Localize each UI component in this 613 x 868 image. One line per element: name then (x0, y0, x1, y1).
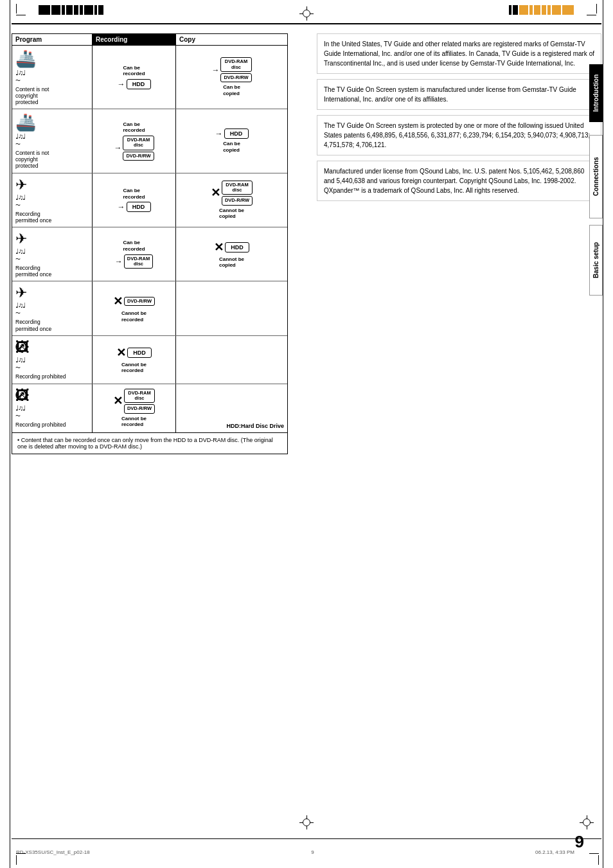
recording-cell-6: ✕ HDD Cannot berecorded (93, 336, 176, 384)
program-caption-1: Content is notcopyrightprotected (15, 86, 49, 106)
program-icon-ship: 🚢 (15, 49, 36, 69)
program-icon-ship-2: 🚢 (15, 112, 36, 132)
program-cell-5: ✈ ♩♫♩ 〜 Recordingpermitted once (12, 281, 93, 335)
program-cell-6: 🖼 ⊘ ♩♫♩ 〜 Recording prohibited (12, 336, 93, 384)
dvd-ram-rec-4: DVD-RAMdisc (124, 254, 153, 269)
dvd-rw-copy-3: DVD-R/RW (222, 196, 253, 205)
tab-basic-setup: Basic setup (589, 225, 603, 296)
cannot-copy-3: Cannot becopied (219, 208, 244, 220)
col-copy-header: Copy (176, 34, 287, 45)
wave-5: 〜 (15, 310, 21, 317)
program-notes-2: ♩♫♩ (15, 132, 25, 141)
table-row: ✈ ♩♫♩ 〜 Recordingpermitted once Can bere… (12, 227, 287, 281)
program-cell-3: ✈ ♩♫♩ 〜 Recordingpermitted once (12, 173, 93, 227)
copy-cell-6 (176, 336, 287, 384)
can-rec-1: Can berecorded (123, 65, 145, 77)
table-row: 🚢 ♩♫♩ 〜 Content is notcopyrightprotected… (12, 109, 287, 173)
program-caption-6: Recording prohibited (15, 373, 66, 380)
recording-cell-3: Can berecorded → HDD (93, 173, 176, 227)
hdd-rec-3: HDD (127, 202, 151, 212)
hdd-label: HDD:Hard Disc Drive (226, 423, 284, 429)
dvd-ram-rec-2: DVD-RAMdisc (123, 136, 154, 150)
dvd-rw-rec-2: DVD-R/RW (123, 152, 154, 161)
cannot-rec-7: Cannot berecorded (121, 416, 147, 428)
can-copy-2: Can becopied (223, 141, 240, 153)
copy-cell-1: → DVD-RAMdisc DVD-R/RW Can becopied (176, 46, 287, 109)
tab-introduction: Introduction (589, 64, 603, 122)
wave-4: 〜 (15, 256, 21, 263)
cannot-rec-5: Cannot berecorded (121, 310, 147, 323)
can-rec-4: Can berecorded (123, 240, 145, 252)
copy-cell-2: → HDD Can becopied (176, 109, 287, 173)
table-row: 🖼 ⊘ ♩♫♩ 〜 Recording prohibited ✕ DVD-RAM… (12, 384, 287, 432)
program-cell-2: 🚢 ♩♫♩ 〜 Content is notcopyrightprotected (12, 109, 93, 173)
copy-cell-5 (176, 281, 287, 335)
dvd-ram-box-1: DVD-RAMdisc (220, 57, 251, 72)
can-rec-3: Can berecorded (123, 188, 145, 200)
program-notes-6: ♩♫♩ (15, 356, 25, 364)
program-caption-2: Content is notcopyrightprotected (15, 150, 49, 170)
dvd-rw-rec-7: DVD-R/RW (124, 404, 155, 413)
program-icon-plane-3: ✈ (15, 177, 27, 193)
dvd-rw-rec-5: DVD-R/RW (124, 297, 155, 306)
program-icon-plane-5: ✈ (15, 285, 27, 301)
program-caption-5: Recordingpermitted once (15, 319, 51, 332)
recording-cell-4: Can berecorded → DVD-RAMdisc (93, 227, 176, 281)
wave-6: 〜 (15, 364, 21, 371)
recording-table-section: Program Recording Copy 🚢 ♩♫♩ 〜 Content i… (12, 33, 301, 454)
info-box-4: Manufactured under license from QSound L… (317, 161, 601, 201)
col-recording-header: Recording (93, 34, 176, 45)
wave-1: 〜 (15, 77, 21, 84)
can-copy-1: Can becopied (223, 84, 240, 96)
footer-note: • Content that can be recorded once can … (12, 432, 287, 454)
program-cell-4: ✈ ♩♫♩ 〜 Recordingpermitted once (12, 227, 93, 281)
hdd-rec-6: HDD (127, 348, 152, 358)
info-box-3: The TV Guide On Screen system is protect… (317, 115, 601, 155)
footer-left: RD-XS35SU/SC_Inst_E_p02-18 (16, 849, 90, 855)
program-caption-4: Recordingpermitted once (15, 265, 51, 278)
recording-cell-1: Can berecorded → HDD (93, 46, 176, 109)
table-row: 🚢 ♩♫♩ 〜 Content is notcopyrightprotected… (12, 46, 287, 110)
dvd-rw-box-1: DVD-R/RW (220, 73, 251, 82)
wave-2: 〜 (15, 141, 21, 148)
wave-7: 〜 (15, 412, 21, 420)
info-box-2: The TV Guide On Screen system is manufac… (317, 79, 601, 110)
cannot-rec-6: Cannot berecorded (121, 362, 147, 374)
cannot-copy-4: Cannot becopied (219, 256, 244, 269)
hdd-copy-2: HDD (224, 128, 249, 139)
footer-center: 9 (311, 849, 314, 855)
hdd-box-1: HDD (127, 79, 151, 89)
program-caption-7: Recording prohibited (15, 421, 66, 428)
hdd-copy-4: HDD (225, 242, 249, 252)
program-icon-prohibited-6: 🖼 ⊘ (15, 339, 30, 356)
program-caption-3: Recordingpermitted once (15, 211, 51, 224)
table-row: ✈ ♩♫♩ 〜 Recordingpermitted once ✕ DVD-R/… (12, 281, 287, 335)
program-icon-prohibited-7: 🖼 ⊘ (15, 387, 30, 404)
program-notes-7: ♩♫♩ (15, 404, 25, 412)
table-row: 🖼 ⊘ ♩♫♩ 〜 Recording prohibited ✕ HDD Can… (12, 336, 287, 384)
program-cell: 🚢 ♩♫♩ 〜 Content is notcopyrightprotected (12, 46, 93, 109)
footer-right: 06.2.13, 4:33 PM (535, 849, 574, 855)
recording-table: Program Recording Copy 🚢 ♩♫♩ 〜 Content i… (12, 33, 288, 454)
program-cell-7: 🖼 ⊘ ♩♫♩ 〜 Recording prohibited (12, 384, 93, 432)
table-header: Program Recording Copy (12, 34, 287, 46)
col-program-header: Program (12, 34, 93, 45)
can-rec-2: Can berecorded (123, 121, 145, 134)
wave-3: 〜 (15, 202, 21, 209)
copy-cell-3: ✕ DVD-RAMdisc DVD-R/RW Cannot becopied (176, 173, 287, 227)
program-notes-5: ♩♫♩ (15, 301, 25, 310)
info-box-1: In the United States, TV Guide and other… (317, 33, 601, 74)
table-row: ✈ ♩♫♩ 〜 Recordingpermitted once Can bere… (12, 173, 287, 227)
recording-cell-7: ✕ DVD-RAMdisc DVD-R/RW Cannot berecorded (93, 384, 176, 432)
copy-cell-4: ✕ HDD Cannot becopied (176, 227, 287, 281)
copy-cell-7: HDD:Hard Disc Drive (176, 384, 287, 432)
program-icon-plane-4: ✈ (15, 231, 27, 247)
program-notes-4: ♩♫♩ (15, 247, 25, 256)
tab-connections: Connections (589, 135, 603, 218)
recording-cell-2: Can berecorded → DVD-RAMdisc DVD-R/RW (93, 109, 176, 173)
info-section: In the United States, TV Guide and other… (310, 33, 601, 454)
program-notes-1: ♩♫♩ (15, 69, 25, 77)
page-number: 9 (575, 832, 584, 852)
recording-cell-5: ✕ DVD-R/RW Cannot berecorded (93, 281, 176, 335)
dvd-ram-rec-7: DVD-RAMdisc (124, 389, 155, 403)
